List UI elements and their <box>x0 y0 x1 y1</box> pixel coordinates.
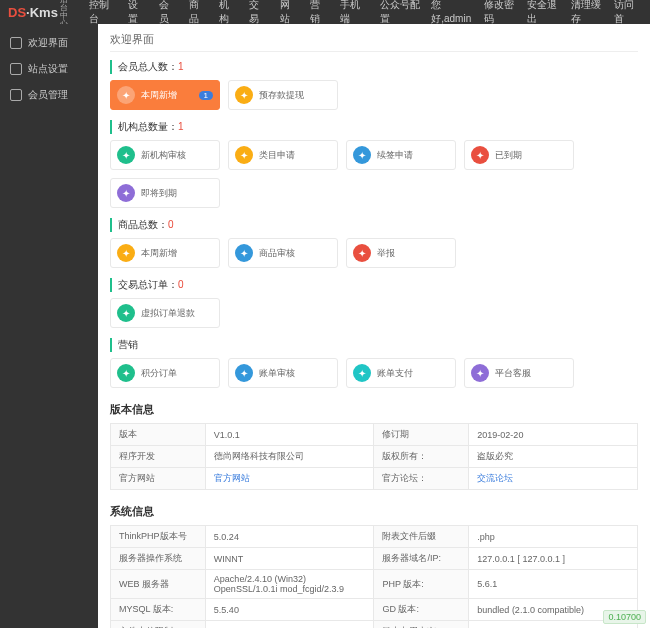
version-info-title: 版本信息 <box>110 402 638 417</box>
clear-cache[interactable]: 清理缓存 <box>571 0 608 26</box>
card-icon: ✦ <box>235 364 253 382</box>
card-member-0[interactable]: ✦本周新增1 <box>110 80 220 110</box>
card-icon: ✦ <box>117 184 135 202</box>
cell: WINNT <box>205 548 374 570</box>
card-org-4[interactable]: ✦即将到期 <box>110 178 220 208</box>
card-label: 平台客服 <box>495 367 531 380</box>
nav-2[interactable]: 会员 <box>153 0 183 26</box>
nav-8[interactable]: 手机端 <box>334 0 373 26</box>
cell: 盗版必究 <box>469 446 638 468</box>
top-right: 您好,admin 修改密码 安全退出 清理缓存 访问首 <box>431 0 642 26</box>
card-label: 本周新增 <box>141 89 177 102</box>
cell: Apache/2.4.10 (Win32) OpenSSL/1.0.1i mod… <box>205 570 374 599</box>
card-icon: ✦ <box>117 146 135 164</box>
card-label: 虚拟订单退款 <box>141 307 195 320</box>
cell: 官方论坛： <box>374 468 469 490</box>
card-market-3[interactable]: ✦平台客服 <box>464 358 574 388</box>
card-label: 积分订单 <box>141 367 177 380</box>
cell: 服务器域名/IP: <box>374 548 469 570</box>
section-head-order: 交易总订单：0 <box>110 278 638 292</box>
cell: 修订期 <box>374 424 469 446</box>
card-icon: ✦ <box>471 364 489 382</box>
cell: 5.0.24 <box>205 526 374 548</box>
version-table: 版本V1.0.1修订期2019-02-20程序开发德尚网络科技有限公司版权所有：… <box>110 423 638 490</box>
card-market-1[interactable]: ✦账单审核 <box>228 358 338 388</box>
sidebar-item-1[interactable]: 站点设置 <box>0 56 98 82</box>
card-icon: ✦ <box>353 146 371 164</box>
card-label: 账单支付 <box>377 367 413 380</box>
card-icon: ✦ <box>235 86 253 104</box>
link[interactable]: 交流论坛 <box>477 473 513 483</box>
card-org-2[interactable]: ✦续签申请 <box>346 140 456 170</box>
card-icon: ✦ <box>353 364 371 382</box>
card-label: 类目申请 <box>259 149 295 162</box>
cell: 最大占用内存: <box>374 621 469 629</box>
cell: PHP 版本: <box>374 570 469 599</box>
card-goods-1[interactable]: ✦商品审核 <box>228 238 338 268</box>
nav-9[interactable]: 公众号配置 <box>374 0 432 26</box>
sidebar-item-0[interactable]: 欢迎界面 <box>0 30 98 56</box>
visit-home[interactable]: 访问首 <box>614 0 642 26</box>
link[interactable]: 官方网站 <box>214 473 250 483</box>
card-market-0[interactable]: ✦积分订单 <box>110 358 220 388</box>
nav-1[interactable]: 设置 <box>122 0 152 26</box>
card-market-2[interactable]: ✦账单支付 <box>346 358 456 388</box>
cell: 附表文件后缀 <box>374 526 469 548</box>
cell: 5.6.1 <box>469 570 638 599</box>
card-goods-0[interactable]: ✦本周新增 <box>110 238 220 268</box>
cell: GD 版本: <box>374 599 469 621</box>
change-password[interactable]: 修改密码 <box>484 0 521 26</box>
card-label: 举报 <box>377 247 395 260</box>
cell: 程序开发 <box>111 446 206 468</box>
card-order-0[interactable]: ✦虚拟订单退款 <box>110 298 220 328</box>
section-head-goods: 商品总数：0 <box>110 218 638 232</box>
cell: WEB 服务器 <box>111 570 206 599</box>
card-label: 商品审核 <box>259 247 295 260</box>
menu-icon <box>10 89 22 101</box>
card-icon: ✦ <box>235 244 253 262</box>
cell: 版本 <box>111 424 206 446</box>
card-goods-2[interactable]: ✦举报 <box>346 238 456 268</box>
logo: DS·Kms <box>8 5 58 20</box>
card-org-0[interactable]: ✦新机构审核 <box>110 140 220 170</box>
card-label: 已到期 <box>495 149 522 162</box>
cell: 2019-02-20 <box>469 424 638 446</box>
cell: 文件上传限制: <box>111 621 206 629</box>
page-title: 欢迎界面 <box>110 32 638 52</box>
cell: 官方网站 <box>205 468 374 490</box>
card-icon: ✦ <box>353 244 371 262</box>
section-head-market: 营销 <box>110 338 638 352</box>
card-label: 本周新增 <box>141 247 177 260</box>
cell: ThinkPHP版本号 <box>111 526 206 548</box>
top-nav: 控制台设置会员商品机构交易网站营销手机端公众号配置 <box>83 0 431 26</box>
cell: 5.5.40 <box>205 599 374 621</box>
card-icon: ✦ <box>117 304 135 322</box>
card-label: 预存款提现 <box>259 89 304 102</box>
main-content: 欢迎界面 会员总人数：1✦本周新增1✦预存款提现机构总数量：1✦新机构审核✦类目… <box>98 24 650 628</box>
cell: 版权所有： <box>374 446 469 468</box>
cell: 官方网站 <box>111 468 206 490</box>
system-info-title: 系统信息 <box>110 504 638 519</box>
nav-4[interactable]: 机构 <box>213 0 243 26</box>
card-icon: ✦ <box>471 146 489 164</box>
nav-5[interactable]: 交易 <box>243 0 273 26</box>
menu-icon <box>10 63 22 75</box>
card-member-1[interactable]: ✦预存款提现 <box>228 80 338 110</box>
menu-icon <box>10 37 22 49</box>
section-head-member: 会员总人数：1 <box>110 60 638 74</box>
nav-0[interactable]: 控制台 <box>83 0 122 26</box>
sidebar-item-2[interactable]: 会员管理 <box>0 82 98 108</box>
card-label: 账单审核 <box>259 367 295 380</box>
card-org-1[interactable]: ✦类目申请 <box>228 140 338 170</box>
cell: 127.0.0.1 [ 127.0.0.1 ] <box>469 548 638 570</box>
card-badge: 1 <box>199 91 213 100</box>
card-label: 新机构审核 <box>141 149 186 162</box>
sidebar: 欢迎界面站点设置会员管理 <box>0 24 98 628</box>
nav-3[interactable]: 商品 <box>183 0 213 26</box>
nav-7[interactable]: 营销 <box>304 0 334 26</box>
top-bar: DS·Kms 后台中心 控制台设置会员商品机构交易网站营销手机端公众号配置 您好… <box>0 0 650 24</box>
logout[interactable]: 安全退出 <box>527 0 564 26</box>
nav-6[interactable]: 网站 <box>274 0 304 26</box>
card-org-3[interactable]: ✦已到期 <box>464 140 574 170</box>
cell: V1.0.1 <box>205 424 374 446</box>
